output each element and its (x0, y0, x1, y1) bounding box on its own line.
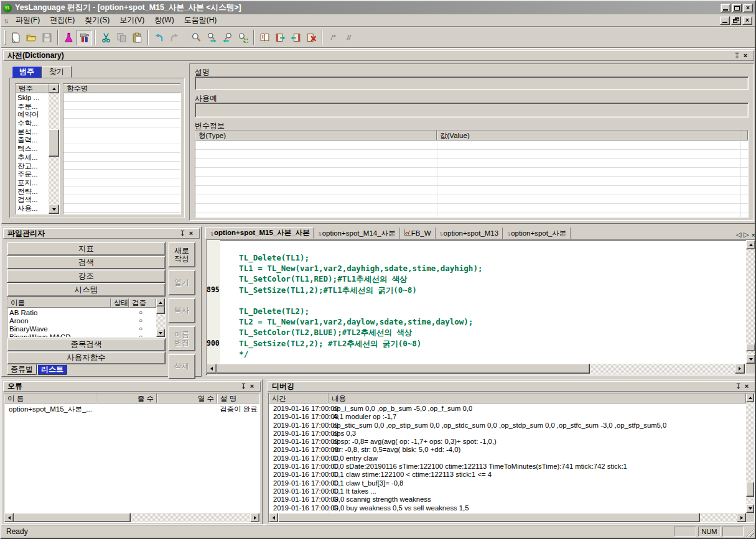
block-comment-button[interactable]: /* (325, 30, 341, 45)
minimize-button[interactable] (721, 4, 730, 12)
close-icon[interactable]: × (248, 382, 256, 390)
mdi-restore-button[interactable] (731, 16, 741, 25)
scrollbar-thumb[interactable] (14, 513, 131, 522)
close-icon[interactable]: × (742, 382, 751, 390)
bookmark-button[interactable] (257, 30, 273, 45)
editor-tab-5[interactable]: ↑↓option+spot_사본 (503, 228, 571, 239)
scrollbar-thumb[interactable] (156, 306, 165, 314)
scrollbar-thumb[interactable] (746, 482, 754, 497)
code-lines[interactable]: TL_Delete(TL1); TL1 = TL_New(var1,var2,d… (220, 240, 745, 364)
debug-row[interactable]: 2019-01-16 17:00:00C,1 It takes ... (269, 487, 746, 495)
scroll-left-icon[interactable] (207, 364, 217, 374)
close-icon[interactable]: × (741, 52, 750, 60)
debug-row[interactable]: 2019-01-16 17:00:00op_i_sum 0,0 ,op_b_su… (269, 405, 746, 413)
error-line-header[interactable]: 줄 수 (96, 394, 157, 403)
scroll-down-icon[interactable] (746, 354, 755, 364)
scroll-left-icon[interactable] (269, 513, 278, 522)
category-item[interactable]: 주문... (16, 103, 49, 111)
error-desc-header[interactable]: 설 명 (217, 394, 260, 403)
scroll-right-icon[interactable] (735, 364, 745, 374)
file-list-scrollbar[interactable] (156, 314, 165, 329)
close-icon[interactable]: × (187, 229, 195, 237)
scroll-right-icon[interactable] (737, 513, 746, 522)
file-row[interactable]: Aroon○ (7, 316, 156, 325)
menu-item[interactable]: 창(W) (149, 14, 179, 27)
find-prev-button[interactable] (220, 30, 235, 45)
editor-tab-2[interactable]: ↑↓option+spot_M14_사본 (314, 228, 400, 239)
file-manager-button-종목검색[interactable]: 종목검색 (7, 338, 166, 351)
error-name-header[interactable]: 이 름 (4, 394, 96, 403)
debug-vscrollbar[interactable] (746, 394, 754, 513)
file-manager-button-사용자함수[interactable]: 사용자함수 (7, 351, 166, 364)
scrollbar-thumb[interactable] (278, 513, 700, 522)
category-scrollbar[interactable] (49, 93, 59, 205)
status-column-header[interactable]: 상태 (111, 298, 129, 308)
category-item[interactable]: 예약어 (16, 111, 49, 119)
scrollbar-thumb[interactable] (49, 129, 59, 157)
bookmark-prev-button[interactable] (288, 30, 304, 45)
debug-row[interactable]: 2019-01-16 17:00:00C,0 sDate:20190116 sT… (269, 463, 746, 471)
category-item[interactable]: 잔고... (16, 162, 49, 171)
new-file-button[interactable] (8, 30, 24, 45)
scroll-up-icon[interactable] (49, 84, 59, 93)
scroll-up-icon[interactable] (746, 394, 754, 402)
bookmark-next-button[interactable] (273, 30, 288, 45)
file-row[interactable]: BinaryWave MACD○ (7, 333, 156, 337)
category-item[interactable]: 사용... (16, 205, 49, 213)
maximize-button[interactable] (732, 4, 742, 12)
tools-button[interactable] (77, 30, 92, 45)
function-column-header[interactable]: 함수명 (63, 84, 180, 93)
scroll-down-icon[interactable] (156, 329, 165, 337)
file-manager-button-지표[interactable]: 지표 (7, 242, 166, 256)
file-manager-button-강조[interactable]: 강조 (7, 269, 166, 283)
debug-time-header[interactable]: 시간 (269, 394, 329, 403)
find-in-files-button[interactable] (235, 30, 251, 45)
scroll-up-icon[interactable] (746, 240, 755, 249)
title-bar[interactable]: YL YesLanguage 편집기 - [option+spot_M15_사본… (1, 1, 755, 14)
debug-row[interactable]: 2019-01-16 17:00:00C,1 claw t_buf[3]= -0… (269, 479, 746, 487)
scroll-down-icon[interactable] (746, 504, 754, 513)
resize-grip[interactable] (746, 529, 754, 537)
category-item[interactable]: 분석... (16, 128, 49, 137)
file-row[interactable]: AB Ratio○ (7, 308, 156, 316)
debug-row[interactable]: 2019-01-16 17:00:00opsp: -0,8= avg(avg( … (269, 438, 746, 446)
debug-row[interactable]: 2019-01-16 17:00:00op_stic_sum 0,0 ,op_s… (269, 422, 746, 430)
debug-row[interactable]: 2019-01-16 17:00:00G,0 scannig strength … (269, 495, 746, 504)
scroll-down-icon[interactable] (49, 205, 59, 214)
tab-close-icon[interactable]: × (752, 231, 755, 239)
category-item[interactable]: 포지... (16, 179, 49, 188)
debug-content-header[interactable]: 내용 (329, 394, 746, 403)
file-manager-tab-2[interactable]: 리스트 (37, 364, 67, 375)
scroll-right-icon[interactable] (250, 513, 259, 522)
tab-scroll-right-icon[interactable]: ▷ (744, 231, 749, 239)
debug-row[interactable]: 2019-01-16 17:00:00C,0 entry claw (269, 454, 746, 463)
close-button[interactable]: × (743, 4, 753, 12)
value-column-header[interactable]: 값(Value) (437, 131, 740, 141)
editor-hscrollbar[interactable] (207, 364, 745, 374)
name-column-header[interactable]: 이름 (7, 298, 111, 308)
category-item[interactable]: 출력... (16, 136, 49, 145)
debug-row[interactable]: 2019-01-16 17:00:00G,0 buy weakness 0,5 … (269, 504, 746, 512)
scroll-left-icon[interactable] (4, 513, 14, 522)
file-row[interactable]: BinaryWave○ (7, 325, 156, 333)
category-item[interactable]: 전략... (16, 188, 49, 196)
editor-tab-1[interactable]: ↑↓option+spot_M15_사본_사본 (205, 227, 314, 239)
debug-row[interactable]: 2019-01-16 17:00:00ops 0,3 (269, 430, 746, 438)
scrollbar-thumb[interactable] (746, 344, 755, 351)
tab-scroll-left-icon[interactable]: ◁ (736, 231, 741, 239)
paste-button[interactable] (129, 30, 145, 45)
editor-tab-4[interactable]: ↑↓option+spot_M13 (436, 228, 503, 239)
menu-item[interactable]: 도움말(H) (179, 14, 222, 27)
error-row[interactable]: option+spot_M15_사본_...검증이 완료 (4, 405, 259, 413)
category-item[interactable]: Skip ... (16, 94, 49, 103)
find-next-button[interactable] (204, 30, 220, 45)
file-manager-button-시스템[interactable]: 시스템 (7, 283, 166, 297)
errors-hscrollbar[interactable] (4, 513, 259, 522)
category-item[interactable]: 텍스... (16, 145, 49, 154)
category-item[interactable]: 수학... (16, 119, 49, 128)
debug-row[interactable]: 2019-01-16 17:00:00A,1 moduler op :-1,7 (269, 413, 746, 421)
debug-hscrollbar[interactable] (269, 513, 746, 522)
bookmark-clear-button[interactable] (304, 30, 319, 45)
pin-icon[interactable] (178, 229, 187, 237)
verify-column-header[interactable]: 검증 (129, 298, 156, 308)
